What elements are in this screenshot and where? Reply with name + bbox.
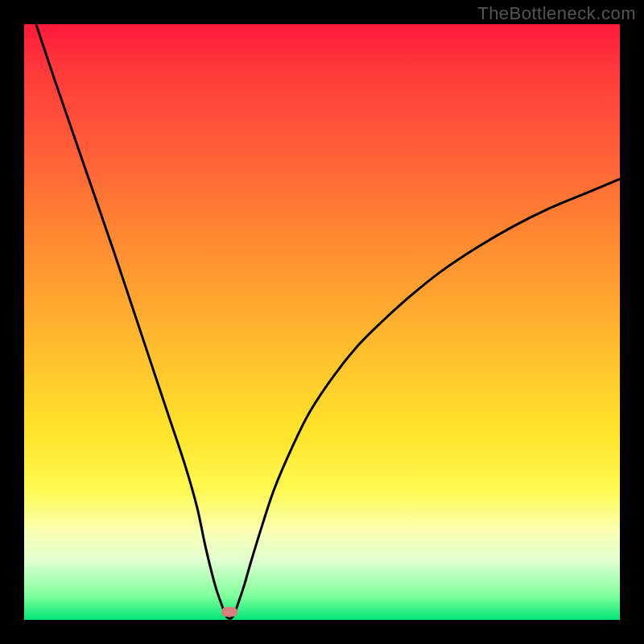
chart-frame: TheBottleneck.com — [0, 0, 644, 644]
optimal-point-marker — [221, 607, 237, 617]
plot-area — [24, 24, 620, 620]
bottleneck-curve — [24, 24, 620, 620]
watermark-text: TheBottleneck.com — [477, 3, 636, 24]
